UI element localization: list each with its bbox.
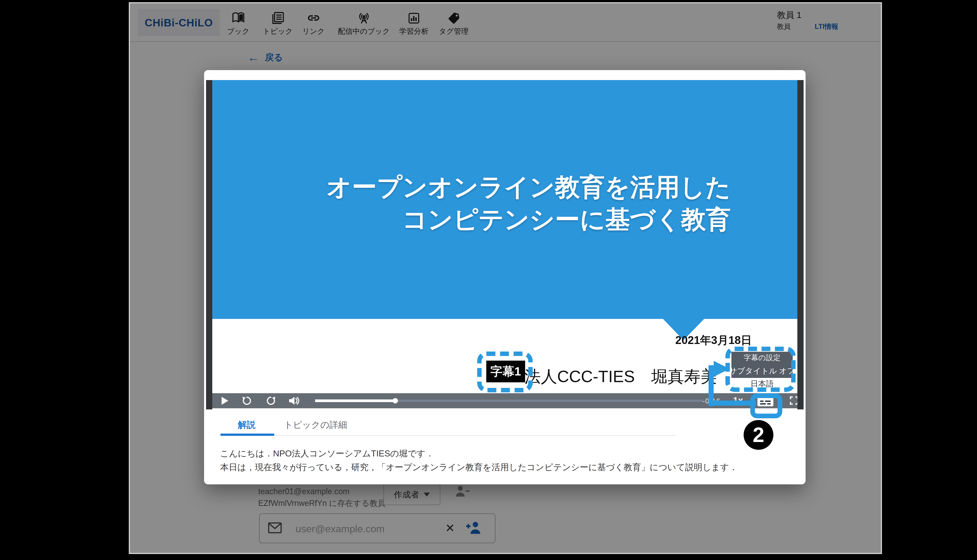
topic-preview-dialog: オープンオンライン教育を活用した コンピテンシーに基づく教育 2021年3月18… bbox=[204, 70, 806, 484]
volume-icon[interactable] bbox=[288, 395, 299, 406]
slide-date: 2021年3月18日 bbox=[675, 333, 752, 348]
forward-icon[interactable] bbox=[266, 395, 276, 406]
tab-topic-details[interactable]: トピックの詳細 bbox=[276, 419, 355, 431]
tab-divider bbox=[220, 435, 677, 436]
browser-viewport: CHiBi-CHiLO ブック トピック リンク bbox=[129, 2, 882, 554]
captions-menu-title: 字幕の設定 bbox=[731, 352, 793, 364]
captions-menu-item-off[interactable]: サブタイトル オフ bbox=[731, 364, 793, 378]
captions-menu: 字幕の設定 サブタイトル オフ 日本語 bbox=[731, 352, 793, 390]
video-controlbar: -0:16 1x bbox=[212, 393, 797, 408]
active-tab-indicator bbox=[221, 433, 274, 436]
progress-handle[interactable] bbox=[393, 398, 398, 403]
captions-icon[interactable] bbox=[758, 396, 773, 406]
playback-rate-button[interactable]: 1x bbox=[733, 395, 743, 406]
fullscreen-icon[interactable] bbox=[789, 395, 797, 406]
slide-title: オープンオンライン教育を活用した コンピテンシーに基づく教育 bbox=[326, 171, 731, 236]
video-player[interactable]: オープンオンライン教育を活用した コンピテンシーに基づく教育 2021年3月18… bbox=[206, 80, 804, 409]
progress-played bbox=[315, 400, 395, 402]
progress-bar[interactable] bbox=[315, 400, 703, 402]
play-icon[interactable] bbox=[222, 397, 228, 405]
subtitle-text: 字幕1 bbox=[486, 361, 525, 382]
tab-commentary[interactable]: 解説 bbox=[224, 419, 269, 431]
description-line: こんにちは．NPO法人コンソーシアムTIESの堀です． bbox=[220, 448, 434, 460]
description-line: 本日は，現在我々が行っている，研究，「オープンオンライン教育を活用したコンピテン… bbox=[220, 461, 738, 473]
captions-menu-item-japanese[interactable]: 日本語 bbox=[731, 378, 793, 390]
video-frame: オープンオンライン教育を活用した コンピテンシーに基づく教育 2021年3月18… bbox=[212, 80, 797, 409]
time-remaining: -0:16 bbox=[703, 397, 721, 405]
replay-icon[interactable] bbox=[242, 395, 252, 406]
